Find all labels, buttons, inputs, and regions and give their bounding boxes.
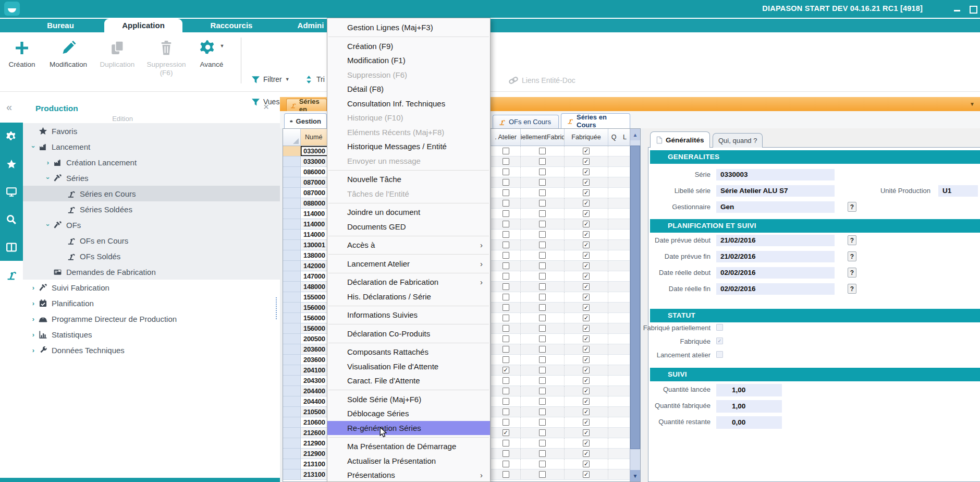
row-selector-cell[interactable] (283, 188, 301, 198)
minimize-button[interactable] (953, 5, 961, 13)
checkbox-checked-icon[interactable]: ✓ (503, 429, 509, 436)
fabriquee-checkbox-cell[interactable]: ✓ (565, 282, 608, 292)
checkbox-unchecked-icon[interactable] (503, 356, 509, 363)
atelier-checkbox-cell[interactable] (491, 303, 521, 313)
checkbox-unchecked-icon[interactable] (539, 210, 546, 217)
partiellement-fabriquee-checkbox-cell[interactable] (521, 303, 565, 313)
checkbox-unchecked-icon[interactable] (539, 189, 546, 196)
checkbox-unchecked-icon[interactable] (539, 346, 546, 353)
atelier-checkbox-cell[interactable] (491, 292, 521, 303)
checkbox-unchecked-icon[interactable] (503, 461, 509, 467)
fabriquee-checkbox-cell[interactable]: ✓ (565, 344, 608, 355)
ribbon-tab-bureau[interactable]: Bureau (21, 19, 100, 32)
atelier-checkbox-cell[interactable] (491, 146, 521, 156)
checkbox-unchecked-icon[interactable] (539, 158, 546, 165)
checkbox-checked-icon[interactable]: ✓ (583, 148, 590, 154)
checkbox-unchecked-icon[interactable] (539, 273, 546, 280)
tree-item-s-ries[interactable]: ›Séries (23, 170, 280, 186)
ql-cell[interactable] (608, 177, 631, 188)
ql-cell[interactable] (608, 146, 631, 156)
checkbox-unchecked-icon[interactable] (716, 324, 723, 331)
partiellement-fabriquee-checkbox-cell[interactable] (521, 428, 565, 438)
menu-item-composants-rattach-s[interactable]: Composants Rattachés (327, 345, 490, 359)
checkbox-checked-icon[interactable]: ✓ (583, 221, 590, 227)
field-value-quantit-lanc-e[interactable]: 1,00 (716, 384, 782, 396)
checkbox-unchecked-icon[interactable] (503, 168, 509, 175)
partiellement-fabriquee-checkbox-cell[interactable] (521, 313, 565, 323)
ql-cell[interactable] (608, 230, 631, 240)
ql-cell[interactable] (608, 344, 631, 355)
menu-item-d-claration-co-produits[interactable]: Déclaration Co-Produits (327, 327, 490, 341)
select-all-header[interactable] (283, 129, 301, 146)
maximize-button[interactable] (969, 5, 977, 13)
ql-cell[interactable] (608, 365, 631, 376)
row-selector-cell[interactable] (283, 417, 301, 428)
tree-item-demandes-de-fabrication[interactable]: Demandes de Fabrication (23, 264, 280, 280)
atelier-checkbox-cell[interactable] (491, 156, 521, 167)
checkbox-checked-icon[interactable]: ✓ (583, 356, 590, 363)
toolbar-button-avancé[interactable]: ▼Avancé (186, 35, 238, 87)
ql-cell[interactable] (608, 438, 631, 449)
tree-item-statistiques[interactable]: ›Statistiques (23, 327, 280, 342)
menu-item-ma-pr-sentation-de-d-marrage[interactable]: Ma Présentation de Démarrage (327, 439, 490, 454)
tree-item-lancement[interactable]: ›Lancement (23, 139, 280, 154)
tree-item-ofs-sold-s[interactable]: OFs Soldés (23, 248, 280, 264)
view-tab-s-ries-en-cours[interactable]: Séries en Cours (561, 113, 630, 128)
checkbox-unchecked-icon[interactable] (539, 294, 546, 300)
window-tab-series-en[interactable]: Séries en (286, 99, 327, 111)
fabriquee-checkbox-cell[interactable]: ✓ (565, 376, 608, 386)
help-button[interactable]: ? (848, 268, 856, 278)
row-selector-cell[interactable] (283, 344, 301, 355)
menu-item-d-claration-de-fabrication[interactable]: Déclaration de Fabrication› (327, 275, 490, 290)
checkbox-unchecked-icon[interactable] (539, 262, 546, 269)
row-selector-cell[interactable] (283, 282, 301, 292)
menu-item-caract-file-d-attente[interactable]: Caract. File d'Attente (327, 373, 490, 388)
atelier-checkbox-cell[interactable] (491, 167, 521, 177)
chevron-right-icon[interactable]: › (43, 159, 53, 166)
fabriquee-checkbox-cell[interactable]: ✓ (565, 230, 608, 240)
splitter-grip[interactable] (276, 297, 279, 319)
checkbox-checked-icon[interactable]: ✓ (583, 189, 590, 196)
chevron-right-icon[interactable]: › (28, 315, 39, 323)
rail-item-gear-wheel-icon[interactable] (0, 123, 23, 150)
checkbox-unchecked-icon[interactable] (539, 356, 546, 363)
rail-item-columns-icon[interactable] (0, 233, 23, 261)
checkbox-unchecked-icon[interactable] (503, 221, 509, 227)
checkbox-checked-icon[interactable]: ✓ (583, 419, 590, 426)
checkbox-unchecked-icon[interactable] (503, 471, 509, 478)
fabriquee-checkbox-cell[interactable]: ✓ (565, 177, 608, 188)
field-value-quantit-restante[interactable]: 0,00 (716, 416, 782, 429)
checkbox-checked-icon[interactable]: ✓ (583, 252, 590, 259)
ql-cell[interactable] (608, 167, 631, 177)
checkbox-unchecked-icon[interactable] (503, 273, 509, 280)
checkbox-checked-icon[interactable]: ✓ (583, 210, 590, 217)
partiellement-fabriquee-checkbox-cell[interactable] (521, 167, 565, 177)
row-selector-cell[interactable] (283, 334, 301, 344)
tree-item-cr-ation-lancement[interactable]: ›Création Lancement (23, 154, 280, 170)
row-selector-cell[interactable] (283, 219, 301, 230)
atelier-checkbox-cell[interactable] (491, 438, 521, 449)
checkbox-checked-icon[interactable]: ✓ (583, 377, 590, 384)
row-selector-cell[interactable] (283, 167, 301, 177)
checkbox-unchecked-icon[interactable] (503, 262, 509, 269)
menu-item-solde-s-rie-maj-f6-[interactable]: Solde Série (Maj+F6) (327, 392, 490, 407)
ql-cell[interactable] (608, 428, 631, 438)
partiellement-fabriquee-checkbox-cell[interactable] (521, 261, 565, 271)
checkbox-unchecked-icon[interactable] (539, 242, 546, 248)
checkbox-unchecked-icon[interactable] (503, 388, 509, 394)
checkbox-unchecked-icon[interactable] (716, 351, 723, 358)
tree-item-programme-directeur-de-production[interactable]: ›Programme Directeur de Production (23, 311, 280, 327)
fabriquee-checkbox-cell[interactable]: ✓ (565, 303, 608, 313)
ql-cell[interactable] (608, 188, 631, 198)
partiellement-fabriquee-checkbox-cell[interactable] (521, 407, 565, 417)
field-value-date-r-elle-debut[interactable]: 02/02/2016 (716, 267, 835, 279)
scroll-down-icon[interactable]: ▼ (630, 470, 640, 481)
atelier-checkbox-cell[interactable] (491, 376, 521, 386)
partiellement-fabriquee-checkbox-cell[interactable] (521, 365, 565, 376)
toolbar-button-modification[interactable]: Modification (44, 35, 93, 87)
fabriquee-checkbox-cell[interactable]: ✓ (565, 271, 608, 282)
ql-cell[interactable] (608, 407, 631, 417)
checkbox-checked-icon[interactable]: ✓ (583, 325, 590, 332)
row-selector-cell[interactable] (283, 438, 301, 449)
fabriquee-checkbox-cell[interactable]: ✓ (565, 219, 608, 230)
